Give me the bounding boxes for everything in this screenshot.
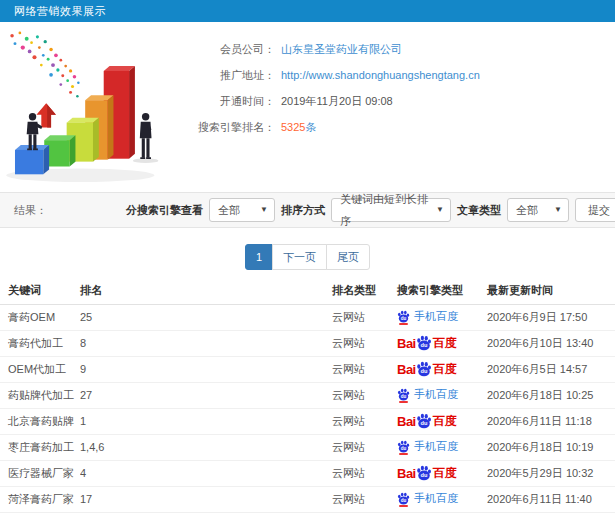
baidu-paw-icon: du bbox=[416, 361, 432, 377]
baidu-logo: Bai du 百度 bbox=[397, 335, 457, 352]
rank-cell[interactable]: 27 bbox=[80, 382, 332, 408]
sort-select[interactable]: 关键词由短到长排序▼ bbox=[331, 198, 451, 222]
engine-cell: du 手机百度 bbox=[397, 434, 487, 460]
promotion-url-label: 推广地址： bbox=[190, 62, 275, 88]
info-row-rank-count: 搜索引擎排名：5325条 bbox=[190, 114, 615, 140]
company-name-link[interactable]: 山东皇圣堂药业有限公司 bbox=[281, 43, 402, 55]
updated-cell: 2020年6月5日 14:57 bbox=[487, 356, 615, 382]
article-type-select[interactable]: 全部▼ bbox=[507, 198, 569, 222]
rank-type-cell: 云网站 bbox=[332, 434, 397, 460]
rank-cell[interactable]: 17 bbox=[80, 486, 332, 512]
table-row: OEM代加工9云网站Bai du 百度2020年6月5日 14:57 bbox=[0, 356, 615, 382]
updated-cell: 2020年6月18日 10:25 bbox=[487, 382, 615, 408]
last-page-button[interactable]: 尾页 bbox=[326, 244, 370, 270]
updated-cell: 2020年6月18日 10:19 bbox=[487, 434, 615, 460]
baidu-logo-prefix: Bai bbox=[397, 336, 416, 351]
table-row: 膏药OEM25云网站 du 手机百度2020年6月9日 17:50 bbox=[0, 304, 615, 330]
keyword-cell: 菏泽膏药厂家 bbox=[0, 486, 80, 512]
svg-text:du: du bbox=[401, 446, 407, 451]
table-row: 医疗器械厂家4云网站Bai du 百度2020年5月29日 10:32 bbox=[0, 460, 615, 486]
mobile-baidu-label: 手机百度 bbox=[414, 387, 458, 402]
rank-type-cell: 云网站 bbox=[332, 356, 397, 382]
paw-underline bbox=[399, 453, 408, 455]
rank-type-cell: 云网站 bbox=[332, 486, 397, 512]
company-info-list: 会员公司：山东皇圣堂药业有限公司 推广地址：http://www.shandon… bbox=[190, 22, 615, 192]
results-table-body: 膏药OEM25云网站 du 手机百度2020年6月9日 17:50膏药代加工8云… bbox=[0, 304, 615, 512]
engine-filter-select[interactable]: 全部▼ bbox=[209, 198, 275, 222]
table-row: 枣庄膏药加工1,4,6云网站 du 手机百度2020年6月18日 10:19 bbox=[0, 434, 615, 460]
marketing-chart-image bbox=[0, 30, 190, 190]
keyword-cell: 药贴牌代加工 bbox=[0, 382, 80, 408]
caret-down-icon: ▼ bbox=[554, 199, 562, 221]
mobile-baidu-label: 手机百度 bbox=[414, 309, 458, 324]
th-rank-type: 排名类型 bbox=[332, 278, 397, 304]
baidu-logo-prefix: Bai bbox=[397, 414, 416, 429]
th-rank: 排名 bbox=[80, 278, 332, 304]
engine-cell: Bai du 百度 bbox=[397, 330, 487, 356]
svg-text:du: du bbox=[401, 394, 407, 399]
article-type-label: 文章类型 bbox=[457, 203, 501, 218]
caret-down-icon: ▼ bbox=[260, 199, 268, 221]
paw-underline bbox=[399, 401, 408, 403]
baidu-paw-icon: du bbox=[397, 440, 410, 453]
next-page-button[interactable]: 下一页 bbox=[272, 244, 327, 270]
bar-chart-illustration bbox=[0, 30, 185, 186]
promotion-url-link[interactable]: http://www.shandonghuangshengtang.cn bbox=[281, 69, 480, 81]
rank-count-number: 5325 bbox=[281, 121, 305, 133]
engine-cell: Bai du 百度 bbox=[397, 356, 487, 382]
svg-text:du: du bbox=[401, 316, 407, 321]
svg-text:du: du bbox=[420, 342, 427, 348]
baidu-paw-icon: du bbox=[416, 335, 432, 351]
rank-cell[interactable]: 4 bbox=[80, 460, 332, 486]
paw-underline bbox=[399, 323, 408, 325]
rank-count-label: 搜索引擎排名： bbox=[190, 114, 275, 140]
table-header-row: 关键词 排名 排名类型 搜索引擎类型 最新更新时间 bbox=[0, 278, 615, 304]
svg-text:du: du bbox=[420, 420, 427, 426]
open-time-value: 2019年11月20日 09:08 bbox=[281, 95, 393, 107]
confetti-dots bbox=[10, 32, 79, 98]
page-1-button[interactable]: 1 bbox=[245, 244, 273, 270]
th-updated: 最新更新时间 bbox=[487, 278, 615, 304]
rank-type-cell: 云网站 bbox=[332, 304, 397, 330]
open-time-label: 开通时间： bbox=[190, 88, 275, 114]
pagination: 1下一页尾页 bbox=[0, 244, 615, 270]
baidu-logo-suffix: 百度 bbox=[433, 335, 457, 352]
mobile-baidu-label: 手机百度 bbox=[414, 439, 458, 454]
baidu-logo: Bai du 百度 bbox=[397, 465, 457, 482]
table-row: 菏泽膏药厂家17云网站 du 手机百度2020年6月11日 11:40 bbox=[0, 486, 615, 512]
rank-type-cell: 云网站 bbox=[332, 330, 397, 356]
table-row: 药贴牌代加工27云网站 du 手机百度2020年6月18日 10:25 bbox=[0, 382, 615, 408]
info-row-url: 推广地址：http://www.shandonghuangshengtang.c… bbox=[190, 62, 615, 88]
rank-type-cell: 云网站 bbox=[332, 460, 397, 486]
updated-cell: 2020年6月11日 11:18 bbox=[487, 408, 615, 434]
baidu-logo-suffix: 百度 bbox=[433, 361, 457, 378]
updated-cell: 2020年5月29日 10:32 bbox=[487, 460, 615, 486]
rank-cell[interactable]: 9 bbox=[80, 356, 332, 382]
baidu-logo: Bai du 百度 bbox=[397, 361, 457, 378]
rank-cell[interactable]: 25 bbox=[80, 304, 332, 330]
baidu-logo-prefix: Bai bbox=[397, 362, 416, 377]
info-row-company: 会员公司：山东皇圣堂药业有限公司 bbox=[190, 36, 615, 62]
rank-cell[interactable]: 1,4,6 bbox=[80, 434, 332, 460]
keyword-cell: OEM代加工 bbox=[0, 356, 80, 382]
svg-text:du: du bbox=[401, 498, 407, 503]
company-label: 会员公司： bbox=[190, 36, 275, 62]
sort-value: 关键词由短到长排序 bbox=[340, 188, 430, 232]
svg-text:du: du bbox=[420, 472, 427, 478]
engine-cell: du 手机百度 bbox=[397, 304, 487, 330]
keyword-cell: 膏药代加工 bbox=[0, 330, 80, 356]
rank-cell[interactable]: 8 bbox=[80, 330, 332, 356]
submit-button[interactable]: 提交 bbox=[575, 198, 615, 222]
mobile-baidu-logo: du 手机百度 bbox=[397, 309, 458, 324]
engine-cell: Bai du 百度 bbox=[397, 460, 487, 486]
businessman-left bbox=[27, 113, 43, 150]
mobile-baidu-logo: du 手机百度 bbox=[397, 491, 458, 506]
info-row-open-time: 开通时间：2019年11月20日 09:08 bbox=[190, 88, 615, 114]
paw-underline bbox=[399, 505, 408, 507]
baidu-logo: Bai du 百度 bbox=[397, 413, 457, 430]
baidu-logo-suffix: 百度 bbox=[433, 413, 457, 430]
engine-filter-value: 全部 bbox=[218, 199, 254, 221]
rank-cell[interactable]: 1 bbox=[80, 408, 332, 434]
baidu-paw-icon: du bbox=[397, 492, 410, 505]
baidu-logo-prefix: Bai bbox=[397, 466, 416, 481]
